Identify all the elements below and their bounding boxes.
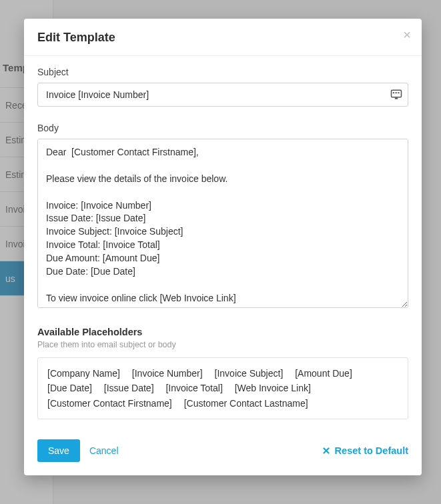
placeholders-heading: Available Placeholders <box>37 327 408 337</box>
subject-label: Subject <box>37 67 408 77</box>
reset-to-default-button[interactable]: Reset to Default <box>322 445 408 456</box>
svg-rect-4 <box>395 98 398 99</box>
subject-input[interactable] <box>37 83 408 107</box>
reset-label: Reset to Default <box>335 445 408 456</box>
svg-rect-0 <box>392 90 402 97</box>
save-button[interactable]: Save <box>37 439 80 462</box>
placeholder-chip[interactable]: [Amount Due] <box>295 366 352 381</box>
placeholder-chip[interactable]: [Web Invoice Link] <box>235 381 311 395</box>
placeholder-chip[interactable]: [Due Date] <box>47 381 92 395</box>
placeholders-subheading: Place them into email subject or body <box>37 340 408 349</box>
svg-rect-3 <box>398 92 399 93</box>
svg-rect-2 <box>396 92 397 93</box>
placeholder-chip[interactable]: [Customer Contact Firstname] <box>47 396 172 411</box>
body-label: Body <box>37 123 408 133</box>
placeholder-chip[interactable]: [Company Name] <box>47 366 120 381</box>
reset-icon <box>322 446 331 455</box>
close-button[interactable]: × <box>403 28 411 41</box>
placeholder-chip[interactable]: [Invoice Subject] <box>215 366 284 381</box>
placeholder-chip[interactable]: [Invoice Number] <box>132 366 203 381</box>
placeholder-chip[interactable]: [Issue Date] <box>104 381 154 395</box>
placeholder-chip[interactable]: [Invoice Total] <box>165 381 222 395</box>
placeholder-picker-icon[interactable] <box>390 89 403 101</box>
modal-header: Edit Template × <box>24 19 422 56</box>
edit-template-modal: Edit Template × Subject Body Available P… <box>24 19 422 475</box>
svg-rect-1 <box>393 92 394 93</box>
body-textarea[interactable] <box>37 139 408 308</box>
modal-body: Subject Body Available Placeholders Plac… <box>24 56 422 419</box>
placeholder-chip[interactable]: [Customer Contact Lastname] <box>184 396 308 411</box>
cancel-button[interactable]: Cancel <box>89 445 119 456</box>
close-icon: × <box>403 27 411 42</box>
modal-title: Edit Template <box>37 31 408 45</box>
placeholders-box: [Company Name] [Invoice Number] [Invoice… <box>37 357 408 419</box>
modal-footer: Save Cancel Reset to Default <box>24 433 422 475</box>
